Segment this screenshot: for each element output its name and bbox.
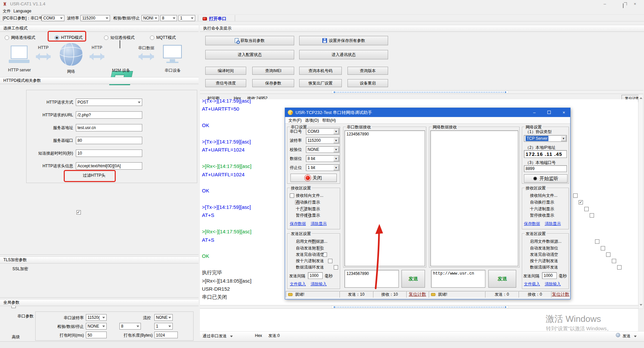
stopbits-select[interactable]: 1 <box>178 15 195 21</box>
v-scrollbar[interactable] <box>638 94 643 309</box>
dropdown-icon[interactable]: ▼ <box>333 138 339 143</box>
h-scrollbar[interactable] <box>200 90 643 94</box>
loop-send-label[interactable]: 数据流循环发送 <box>296 265 324 270</box>
net-auto-clear-label[interactable]: 发送完自动清空 <box>530 252 558 257</box>
g-packtime-input[interactable]: 50 <box>86 332 107 338</box>
ssl-label[interactable]: SSL加密 <box>12 267 28 272</box>
enter-comm-button[interactable]: 进入通讯状态 <box>299 50 388 59</box>
net-auto-clear-checkbox[interactable] <box>606 252 610 257</box>
auto-clear-label[interactable]: 发送完自动清空 <box>296 252 324 257</box>
bottom-hex-label[interactable]: Hex <box>255 333 262 338</box>
g-flow-select[interactable]: NONE <box>154 314 173 321</box>
save-params-button[interactable]: 保存参数 <box>252 79 294 87</box>
tcp-parity-select[interactable]: NONE▼ <box>306 146 339 153</box>
clear-display-link[interactable]: 清除显示 <box>311 221 327 227</box>
factory-reset-button[interactable]: 恢复出厂设置 <box>299 79 342 87</box>
tcp-menu-file[interactable]: 文件(F) <box>288 117 302 123</box>
restore-icon[interactable] <box>615 1 625 7</box>
file-datasource-label[interactable]: 启用文件数据源... <box>296 239 327 244</box>
net-auto-wrap-label[interactable]: 自动换行显示 <box>530 200 554 205</box>
net-file-load-link[interactable]: 文件载入 <box>524 281 540 287</box>
close-port-button[interactable]: 关闭 <box>290 174 337 182</box>
hex-send-checkbox[interactable] <box>328 259 332 263</box>
tcp-minimize-icon[interactable]: – <box>529 108 540 117</box>
hex-display-label[interactable]: 十六进制显示 <box>296 207 320 212</box>
advanced-label[interactable]: 高级 <box>12 335 20 340</box>
g-packlen-input[interactable]: 1024 <box>154 332 178 338</box>
http-url-input[interactable]: /2.php? <box>76 111 142 119</box>
net-clear-display-link[interactable]: 清除显示 <box>545 221 561 227</box>
g-stopbits-select[interactable]: 1 <box>154 323 173 330</box>
recv-to-file-checkbox[interactable] <box>290 193 294 198</box>
net-hex-send-checkbox[interactable] <box>612 259 616 263</box>
h-scrollbar-bottom[interactable] <box>200 305 643 309</box>
radio-mqtt-mode[interactable] <box>150 36 154 40</box>
net-reset-count-link[interactable]: 复位计数 <box>551 291 570 298</box>
scroll-down-icon[interactable] <box>640 304 642 307</box>
dropdown-icon[interactable]: ▼ <box>333 129 339 134</box>
scroll-up-icon[interactable] <box>640 96 642 99</box>
chevron-down-icon[interactable] <box>634 336 637 339</box>
open-port-button[interactable]: 打开串口 <box>203 16 226 22</box>
net-save-data-link[interactable]: 保存数据 <box>524 221 540 227</box>
net-auto-append-label[interactable]: 自动发送附加位 <box>530 246 558 251</box>
tcp-databits-select[interactable]: 8 bit▼ <box>306 155 339 162</box>
tcp-close-icon[interactable]: × <box>558 108 570 117</box>
auto-append-label[interactable]: 自动发送附加位 <box>296 246 324 251</box>
g-databits-select[interactable]: 8 <box>119 323 141 330</box>
query-number-button[interactable]: 查询本机号码 <box>299 67 342 75</box>
menu-file[interactable]: 文件 <box>1 8 12 14</box>
tcp-baud-select[interactable]: 115200▼ <box>306 137 339 144</box>
h-scrollbar-thumb[interactable] <box>331 305 508 308</box>
local-port-input[interactable]: 8899 <box>524 165 567 172</box>
chevron-down-icon[interactable] <box>230 336 233 339</box>
g-baud-select[interactable]: 11520( <box>86 314 107 321</box>
serial-send-button[interactable]: 发送 <box>401 270 425 288</box>
net-pause-recv-checkbox[interactable] <box>590 213 594 218</box>
parity-select[interactable]: NONI <box>142 15 159 21</box>
server-addr-input[interactable]: test.usr.cn <box>76 124 142 131</box>
timeout-input[interactable]: 10 <box>76 150 142 157</box>
net-pause-recv-label[interactable]: 暂停接收显示 <box>530 213 554 218</box>
net-hex-send-label[interactable]: 按十六进制发送 <box>530 258 558 264</box>
radio-sms-passthrough[interactable] <box>104 36 108 40</box>
net-auto-wrap-checkbox[interactable] <box>579 200 583 205</box>
menu-language[interactable]: Language <box>12 8 33 14</box>
compile-time-button[interactable]: 编译时间 <box>205 67 246 75</box>
serial-reset-count-link[interactable]: 复位计数 <box>406 291 429 298</box>
tcp-com-select[interactable]: COM3▼ <box>306 128 339 135</box>
server-port-input[interactable]: 80 <box>76 137 142 144</box>
tcp-menu-options[interactable]: 选项(O) <box>305 117 319 123</box>
net-send-input[interactable]: http://www.usr.cn <box>431 270 485 288</box>
net-hex-display-checkbox[interactable] <box>584 207 589 211</box>
net-interval-input[interactable]: 1000 <box>542 272 557 279</box>
net-recv-to-file-label[interactable]: 接收转向文件... <box>530 193 557 198</box>
net-auto-append-checkbox[interactable] <box>601 246 605 250</box>
net-recv-area[interactable] <box>430 130 518 266</box>
save-all-params-button[interactable]: 设置并保存所有参数 <box>299 36 388 45</box>
auto-wrap-label[interactable]: 自动换行显示 <box>296 200 320 205</box>
http-method-select[interactable]: POST <box>76 99 142 106</box>
recv-to-file-label[interactable]: 接收转向文件... <box>296 193 323 198</box>
interval-input[interactable]: 1000 <box>308 272 323 279</box>
local-ip-input[interactable]: 172.16 .11 .45 <box>524 150 567 158</box>
enter-config-button[interactable]: 进入配置状态 <box>205 50 294 59</box>
dropdown-icon[interactable]: ▼ <box>561 136 566 141</box>
radio-sms-passthrough-label[interactable]: 短信透传模式 <box>110 35 135 40</box>
query-version-button[interactable]: 查询版本 <box>347 67 388 75</box>
net-loop-send-checkbox[interactable] <box>617 265 622 270</box>
pause-recv-label[interactable]: 暂停接收显示 <box>296 213 320 218</box>
net-file-datasource-checkbox[interactable] <box>595 239 599 244</box>
g-parity-select[interactable]: NONE <box>86 323 107 330</box>
databits-select[interactable]: 8 <box>160 15 177 21</box>
net-send-button[interactable]: 发送 <box>488 270 516 288</box>
signal-strength-button[interactable]: 查信号强度 <box>205 79 246 87</box>
start-listen-button[interactable]: 开始监听 <box>524 174 568 183</box>
send-via-serial-button[interactable]: 通过串口发送 <box>203 334 227 339</box>
net-hex-display-label[interactable]: 十六进制显示 <box>530 207 554 212</box>
device-restart-button[interactable]: 设备重启 <box>347 79 388 87</box>
minimize-icon[interactable]: – <box>600 1 610 7</box>
close-icon[interactable]: × <box>630 1 640 7</box>
proto-select[interactable]: TCP Server▼ <box>524 135 567 142</box>
baud-select[interactable]: 115200 <box>80 15 110 21</box>
